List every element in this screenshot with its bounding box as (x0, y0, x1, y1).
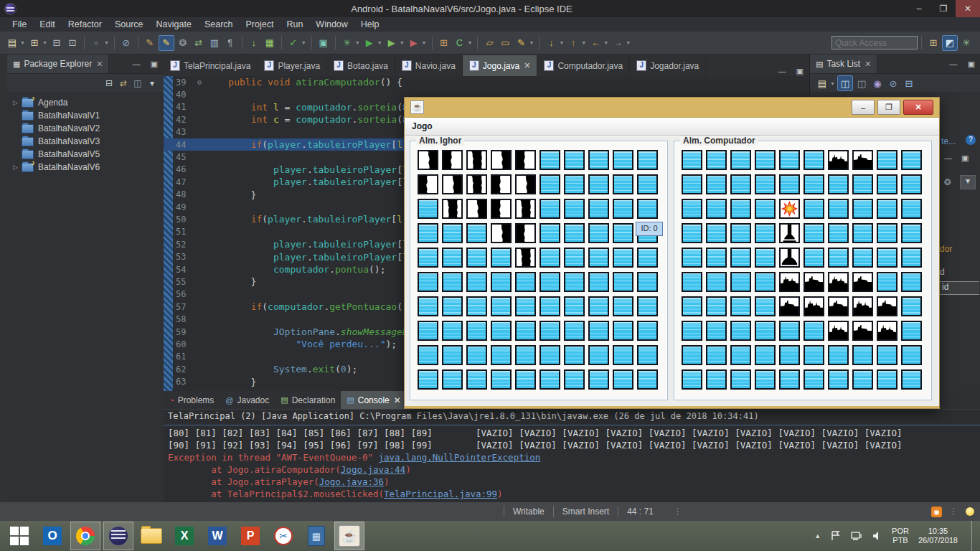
editor-tab-navio[interactable]: JNavio.java (395, 55, 463, 76)
water-cell[interactable] (779, 345, 800, 365)
water-cell[interactable] (852, 369, 873, 390)
clock[interactable]: 10:3526/07/2018 (918, 527, 958, 545)
menu-edit[interactable]: Edit (33, 19, 62, 29)
fold-marker-icon[interactable]: ⊖ (197, 78, 206, 86)
ship-cell[interactable] (828, 150, 849, 170)
water-cell[interactable] (613, 369, 633, 390)
ship-cell[interactable] (852, 272, 873, 292)
water-cell[interactable] (779, 369, 800, 390)
sort-down-dropdown-icon[interactable]: ▼ (559, 40, 564, 45)
stacktrace-link[interactable]: Jogo.java:36 (319, 476, 384, 487)
water-cell[interactable] (637, 296, 658, 316)
water-cell[interactable] (804, 321, 824, 341)
ship-cell[interactable] (852, 296, 873, 316)
water-cell[interactable] (730, 369, 751, 390)
stacktrace-link[interactable]: java.lang.NullPointerException (379, 452, 541, 463)
package-explorer-close-icon[interactable]: ✕ (96, 60, 103, 69)
tray-expand-icon[interactable]: ▲ (814, 532, 821, 540)
water-cell[interactable] (564, 174, 585, 194)
focus-task-icon[interactable]: ◫ (131, 78, 145, 88)
water-cell[interactable] (852, 174, 873, 194)
menu-run[interactable]: Run (280, 19, 309, 29)
water-cell[interactable] (706, 321, 727, 341)
explosion-cell[interactable] (779, 199, 800, 219)
water-cell[interactable] (515, 272, 536, 292)
debug-icon[interactable]: ✳ (340, 36, 354, 50)
water-cell[interactable] (418, 272, 438, 292)
collapse-all-icon[interactable]: ⊟ (102, 78, 116, 88)
open-perspective-icon[interactable]: ⊞ (926, 36, 941, 50)
water-cell[interactable] (755, 296, 776, 316)
water-cell[interactable] (466, 223, 487, 243)
console-tab-problems[interactable]: ◔Problems (164, 391, 220, 409)
water-cell[interactable] (540, 369, 560, 390)
editor-tab-player[interactable]: JPlayer.java (258, 55, 327, 76)
menu-help[interactable]: Help (354, 19, 386, 29)
water-cell[interactable] (613, 223, 633, 243)
sync-icon[interactable]: ◉ (870, 76, 885, 90)
water-cell[interactable] (613, 199, 633, 219)
taskbar-app-snipping-tool[interactable]: ✂ (268, 522, 298, 550)
water-cell[interactable] (828, 199, 849, 219)
water-cell[interactable] (637, 369, 658, 390)
water-cell[interactable] (730, 272, 751, 292)
help-icon[interactable]: ? (966, 135, 976, 145)
water-cell[interactable] (515, 321, 536, 341)
water-cell[interactable] (706, 150, 727, 170)
water-cell[interactable] (901, 272, 922, 292)
water-cell[interactable] (852, 199, 873, 219)
water-cell[interactable] (637, 174, 658, 194)
skip-breakpoints-icon[interactable]: ⊘ (119, 36, 133, 50)
water-cell[interactable] (730, 199, 751, 219)
run-icon[interactable]: ▶ (362, 36, 377, 50)
network-icon[interactable] (851, 531, 863, 541)
ship-cell[interactable] (442, 150, 463, 170)
ship-cell[interactable] (779, 272, 800, 292)
water-cell[interactable] (515, 345, 536, 365)
water-cell[interactable] (901, 223, 922, 243)
water-cell[interactable] (852, 345, 873, 365)
taskbar-app-outlook[interactable]: O (37, 522, 67, 550)
water-cell[interactable] (706, 345, 727, 365)
water-cell[interactable] (564, 272, 585, 292)
outline-maximize-icon[interactable]: ▣ (961, 154, 969, 163)
water-cell[interactable] (466, 369, 487, 390)
water-cell[interactable] (901, 345, 922, 365)
volume-icon[interactable] (872, 531, 882, 541)
water-cell[interactable] (466, 345, 487, 365)
game-dialog-titlebar[interactable]: ☕ – ❐ ✕ (405, 98, 939, 117)
water-cell[interactable] (804, 369, 824, 390)
water-cell[interactable] (515, 296, 536, 316)
menu-navigate[interactable]: Navigate (150, 19, 198, 29)
water-cell[interactable] (418, 369, 438, 390)
water-cell[interactable] (877, 174, 897, 194)
water-cell[interactable] (491, 321, 512, 341)
water-cell[interactable] (755, 223, 776, 243)
water-cell[interactable] (637, 199, 658, 219)
water-cell[interactable] (466, 248, 487, 268)
window-minimize-button[interactable]: – (907, 0, 931, 17)
water-cell[interactable] (877, 223, 897, 243)
water-cell[interactable] (682, 272, 702, 292)
water-cell[interactable] (442, 321, 463, 341)
water-cell[interactable] (564, 150, 585, 170)
water-cell[interactable] (901, 174, 922, 194)
water-cell[interactable] (901, 150, 922, 170)
water-cell[interactable] (755, 272, 776, 292)
menu-search[interactable]: Search (198, 19, 240, 29)
water-cell[interactable] (564, 223, 585, 243)
ship-cell[interactable] (418, 150, 438, 170)
menu-file[interactable]: File (6, 19, 33, 29)
game-close-button[interactable]: ✕ (903, 100, 933, 115)
debug-dropdown-icon[interactable]: ▼ (355, 40, 360, 45)
expand-arrow-icon[interactable]: ▷ (13, 99, 22, 106)
water-cell[interactable] (730, 248, 751, 268)
project-item-batalhanavalv3[interactable]: BatalhaNavalV3 (7, 135, 164, 148)
project-item-batalhanavalv2[interactable]: BatalhaNavalV2 (7, 122, 164, 135)
coverage-icon[interactable]: ▶ (385, 36, 399, 50)
new-android-app-icon[interactable]: ▣ (316, 36, 331, 50)
mark-occurrences-icon[interactable]: ✎ (514, 36, 528, 50)
water-cell[interactable] (682, 248, 702, 268)
project-item-agenda[interactable]: ▷Agenda (7, 96, 164, 109)
editor-maximize-icon[interactable]: ▣ (796, 67, 804, 76)
